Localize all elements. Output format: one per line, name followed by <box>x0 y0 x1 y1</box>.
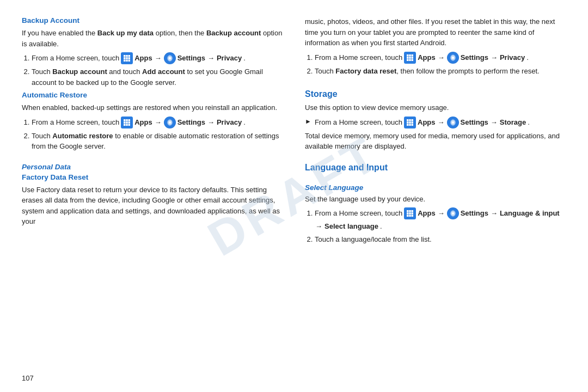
settings-label-2: Settings <box>177 117 205 128</box>
factory-reset-intro: Use Factory data reset to return your de… <box>22 185 283 227</box>
automatic-restore-steps: From a Home screen, touch Apps → Setting… <box>32 117 283 152</box>
factory-step-1: From a Home screen, touch Apps → Setting… <box>315 52 566 64</box>
factory-step1-pre: From a Home screen, touch <box>315 52 402 63</box>
backup-step-1: From a Home screen, touch Apps → Setting… <box>32 52 283 64</box>
apps-label-1: Apps <box>134 53 152 64</box>
step1-pre-text: From a Home screen, touch <box>32 53 119 64</box>
backup-account-steps: From a Home screen, touch Apps → Setting… <box>32 52 283 88</box>
settings-icon-5 <box>447 207 459 219</box>
language-dest-label: Language & input <box>500 208 560 219</box>
right-column: music, photos, videos, and other files. … <box>305 16 566 381</box>
settings-label-5: Settings <box>461 208 488 219</box>
section-personal-data: Personal Data <box>22 155 283 173</box>
settings-label-1: Settings <box>177 53 205 64</box>
apps-label-4: Apps <box>418 117 436 128</box>
backup-account-title: Backup Account <box>22 16 283 24</box>
storage-bullet-content: From a Home screen, touch Apps → Setting… <box>315 117 530 128</box>
settings-icon-2 <box>164 117 176 128</box>
language-step-2: Touch a language/locale from the list. <box>315 234 566 245</box>
factory-step-1-content: From a Home screen, touch Apps → Setting… <box>315 52 566 64</box>
arrow-10: → <box>491 208 498 219</box>
storage-title: Storage <box>305 89 566 99</box>
storage-detail: Total device memory, memory used for med… <box>305 131 566 152</box>
language-step-1-content: From a Home screen, touch Apps → Setting… <box>315 207 566 232</box>
select-language-dest: Select language <box>324 221 378 232</box>
apps-label-5: Apps <box>418 208 436 219</box>
apps-label-3: Apps <box>418 52 436 63</box>
arrow-5: → <box>438 52 445 63</box>
storage-step-content: From a Home screen, touch Apps → Setting… <box>315 117 530 128</box>
automatic-restore-title: Automatic Restore <box>22 91 283 99</box>
settings-label-3: Settings <box>461 52 488 63</box>
arrow-4: → <box>207 117 215 128</box>
period-4: . <box>528 117 530 128</box>
settings-icon-3 <box>447 52 459 64</box>
section-storage: Storage Use this option to view device m… <box>305 82 566 155</box>
apps-icon-4 <box>404 117 416 128</box>
select-language-title: Select Language <box>305 183 566 192</box>
apps-icon-5 <box>404 207 416 219</box>
factory-step-2: Touch Factory data reset, then follow th… <box>315 66 566 77</box>
privacy-label-2: Privacy <box>217 117 242 128</box>
period-5: . <box>380 221 382 232</box>
auto-restore-step-1: From a Home screen, touch Apps → Setting… <box>32 117 283 128</box>
factory-data-reset-title: Factory Data Reset <box>22 173 283 181</box>
arrow-11: → <box>315 221 322 232</box>
bullet-triangle-icon: ► <box>305 118 311 125</box>
period-2: . <box>243 117 246 128</box>
page-number: 107 <box>22 374 34 382</box>
select-language-steps: From a Home screen, touch Apps → Setting… <box>315 207 566 244</box>
backup-step-2: Touch Backup account and touch Add accou… <box>32 66 283 88</box>
apps-label-2: Apps <box>134 117 152 128</box>
backup-step-1-content: From a Home screen, touch Apps → Setting… <box>32 52 283 64</box>
arrow-7: → <box>438 117 445 128</box>
storage-intro: Use this option to view device memory us… <box>305 102 566 113</box>
privacy-label-3: Privacy <box>500 52 525 63</box>
auto-restore-step-2: Touch Automatic restore to enable or dis… <box>32 131 283 152</box>
left-column: Backup Account If you have enabled the B… <box>22 16 283 381</box>
storage-dest-label: Storage <box>500 117 526 128</box>
language-step-1: From a Home screen, touch Apps → Setting… <box>315 207 566 232</box>
apps-icon-2 <box>121 117 133 128</box>
select-language-intro: Set the language used by your device. <box>305 194 566 205</box>
factory-reset-steps: From a Home screen, touch Apps → Setting… <box>315 52 566 79</box>
personal-data-title: Personal Data <box>22 163 283 171</box>
section-select-language: Select Language Set the language used by… <box>305 176 566 248</box>
period-3: . <box>526 52 529 63</box>
section-factory-data-reset: Factory Data Reset Use Factory data rese… <box>22 173 283 230</box>
apps-icon-1 <box>121 52 133 64</box>
period-1: . <box>243 53 246 64</box>
section-language-input: Language and Input <box>305 155 566 176</box>
arrow-2: → <box>207 53 215 64</box>
automatic-restore-intro: When enabled, backed-up settings are res… <box>22 102 283 113</box>
arrow-3: → <box>155 117 162 128</box>
arrow-8: → <box>491 117 498 128</box>
section-automatic-restore: Automatic Restore When enabled, backed-u… <box>22 91 283 155</box>
page-content: Backup Account If you have enabled the B… <box>0 0 588 392</box>
section-backup-account: Backup Account If you have enabled the B… <box>22 16 283 91</box>
arrow-6: → <box>491 52 498 63</box>
storage-step-pre: From a Home screen, touch <box>315 117 402 128</box>
auto-restore-step-1-content: From a Home screen, touch Apps → Setting… <box>32 117 283 128</box>
arrow-9: → <box>438 208 445 219</box>
storage-bullet-row: ► From a Home screen, touch Apps → Setti… <box>305 117 566 128</box>
settings-icon-4 <box>447 117 459 128</box>
language-step1-pre: From a Home screen, touch <box>315 208 402 219</box>
privacy-label-1: Privacy <box>217 53 242 64</box>
settings-label-4: Settings <box>461 117 488 128</box>
language-input-title: Language and Input <box>305 163 566 173</box>
auto-step1-pre-text: From a Home screen, touch <box>32 117 119 128</box>
apps-icon-3 <box>404 52 416 64</box>
backup-account-intro: If you have enabled the Back up my data … <box>22 28 283 49</box>
factory-reset-continuation: music, photos, videos, and other files. … <box>305 16 566 48</box>
settings-icon-1 <box>164 52 176 64</box>
arrow-1: → <box>155 53 162 64</box>
